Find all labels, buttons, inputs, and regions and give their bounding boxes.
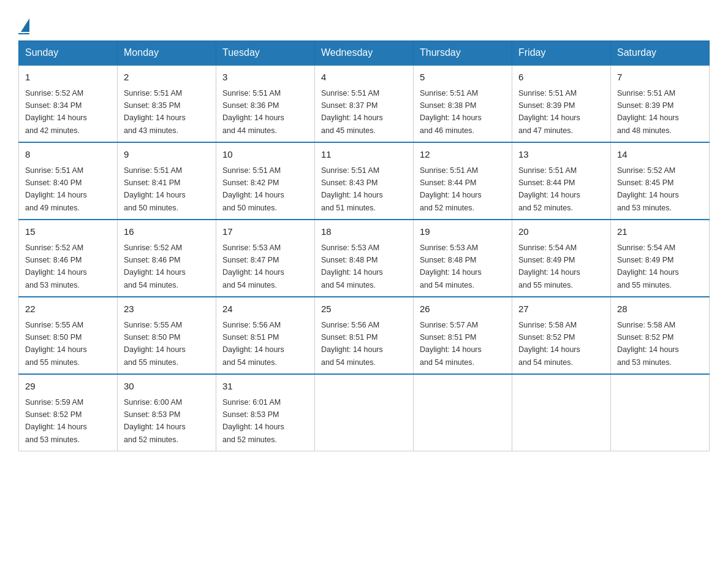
day-number: 26 [420, 302, 506, 316]
day-number: 31 [222, 380, 308, 394]
day-info: Sunrise: 5:59 AMSunset: 8:52 PMDaylight:… [25, 398, 87, 444]
day-number: 25 [321, 302, 407, 316]
calendar-cell: 3 Sunrise: 5:51 AMSunset: 8:36 PMDayligh… [216, 65, 315, 142]
day-info: Sunrise: 5:58 AMSunset: 8:52 PMDaylight:… [518, 321, 580, 367]
day-number: 9 [124, 148, 210, 162]
calendar-cell: 28 Sunrise: 5:58 AMSunset: 8:52 PMDaylig… [611, 297, 710, 374]
day-info: Sunrise: 6:00 AMSunset: 8:53 PMDaylight:… [124, 398, 186, 444]
day-info: Sunrise: 5:54 AMSunset: 8:49 PMDaylight:… [617, 243, 679, 289]
day-number: 11 [321, 148, 407, 162]
day-number: 14 [617, 148, 703, 162]
day-info: Sunrise: 5:58 AMSunset: 8:52 PMDaylight:… [617, 321, 679, 367]
day-info: Sunrise: 5:55 AMSunset: 8:50 PMDaylight:… [25, 321, 87, 367]
calendar-table: SundayMondayTuesdayWednesdayThursdayFrid… [18, 40, 710, 451]
column-header-wednesday: Wednesday [315, 41, 414, 66]
calendar-cell: 6 Sunrise: 5:51 AMSunset: 8:39 PMDayligh… [512, 65, 611, 142]
calendar-cell: 13 Sunrise: 5:51 AMSunset: 8:44 PMDaylig… [512, 142, 611, 220]
calendar-cell: 17 Sunrise: 5:53 AMSunset: 8:47 PMDaylig… [216, 220, 315, 297]
day-info: Sunrise: 5:51 AMSunset: 8:39 PMDaylight:… [518, 89, 580, 135]
column-header-tuesday: Tuesday [216, 41, 315, 66]
day-number: 16 [124, 225, 210, 239]
day-number: 6 [518, 71, 604, 85]
day-number: 21 [617, 225, 703, 239]
column-header-sunday: Sunday [19, 41, 118, 66]
day-number: 19 [420, 225, 506, 239]
calendar-cell: 29 Sunrise: 5:59 AMSunset: 8:52 PMDaylig… [19, 374, 118, 451]
calendar-cell: 14 Sunrise: 5:52 AMSunset: 8:45 PMDaylig… [611, 142, 710, 220]
day-number: 22 [25, 302, 111, 316]
logo-blue-part [18, 18, 29, 32]
day-info: Sunrise: 5:53 AMSunset: 8:48 PMDaylight:… [321, 243, 383, 289]
day-info: Sunrise: 5:51 AMSunset: 8:44 PMDaylight:… [518, 166, 580, 212]
calendar-cell [611, 374, 710, 451]
day-info: Sunrise: 5:55 AMSunset: 8:50 PMDaylight:… [124, 321, 186, 367]
day-info: Sunrise: 5:52 AMSunset: 8:46 PMDaylight:… [124, 243, 186, 289]
day-number: 5 [420, 71, 506, 85]
calendar-cell: 24 Sunrise: 5:56 AMSunset: 8:51 PMDaylig… [216, 297, 315, 374]
day-number: 23 [124, 302, 210, 316]
calendar-cell: 1 Sunrise: 5:52 AMSunset: 8:34 PMDayligh… [19, 65, 118, 142]
calendar-cell: 4 Sunrise: 5:51 AMSunset: 8:37 PMDayligh… [315, 65, 414, 142]
day-number: 10 [222, 148, 308, 162]
day-number: 2 [124, 71, 210, 85]
calendar-cell: 27 Sunrise: 5:58 AMSunset: 8:52 PMDaylig… [512, 297, 611, 374]
day-info: Sunrise: 5:51 AMSunset: 8:39 PMDaylight:… [617, 89, 679, 135]
day-number: 17 [222, 225, 308, 239]
day-info: Sunrise: 5:51 AMSunset: 8:42 PMDaylight:… [222, 166, 284, 212]
calendar-cell: 19 Sunrise: 5:53 AMSunset: 8:48 PMDaylig… [414, 220, 512, 297]
calendar-cell [315, 374, 414, 451]
day-number: 27 [518, 302, 604, 316]
logo-triangle-icon [21, 18, 29, 32]
calendar-week-row: 29 Sunrise: 5:59 AMSunset: 8:52 PMDaylig… [19, 374, 710, 451]
day-number: 3 [222, 71, 308, 85]
calendar-cell: 12 Sunrise: 5:51 AMSunset: 8:44 PMDaylig… [414, 142, 512, 220]
logo [18, 12, 29, 34]
day-number: 7 [617, 71, 703, 85]
calendar-cell: 23 Sunrise: 5:55 AMSunset: 8:50 PMDaylig… [118, 297, 216, 374]
day-number: 8 [25, 148, 111, 162]
day-info: Sunrise: 5:51 AMSunset: 8:41 PMDaylight:… [124, 166, 186, 212]
calendar-cell: 21 Sunrise: 5:54 AMSunset: 8:49 PMDaylig… [611, 220, 710, 297]
day-info: Sunrise: 5:53 AMSunset: 8:48 PMDaylight:… [420, 243, 482, 289]
day-info: Sunrise: 5:51 AMSunset: 8:38 PMDaylight:… [420, 89, 482, 135]
calendar-cell: 5 Sunrise: 5:51 AMSunset: 8:38 PMDayligh… [414, 65, 512, 142]
day-number: 13 [518, 148, 604, 162]
day-number: 29 [25, 380, 111, 394]
day-number: 30 [124, 380, 210, 394]
day-number: 4 [321, 71, 407, 85]
calendar-cell [512, 374, 611, 451]
day-number: 20 [518, 225, 604, 239]
calendar-cell: 30 Sunrise: 6:00 AMSunset: 8:53 PMDaylig… [118, 374, 216, 451]
calendar-cell: 22 Sunrise: 5:55 AMSunset: 8:50 PMDaylig… [19, 297, 118, 374]
calendar-cell: 20 Sunrise: 5:54 AMSunset: 8:49 PMDaylig… [512, 220, 611, 297]
calendar-cell: 15 Sunrise: 5:52 AMSunset: 8:46 PMDaylig… [19, 220, 118, 297]
calendar-cell: 9 Sunrise: 5:51 AMSunset: 8:41 PMDayligh… [118, 142, 216, 220]
day-number: 24 [222, 302, 308, 316]
calendar-cell: 26 Sunrise: 5:57 AMSunset: 8:51 PMDaylig… [414, 297, 512, 374]
day-info: Sunrise: 5:51 AMSunset: 8:36 PMDaylight:… [222, 89, 284, 135]
calendar-week-row: 1 Sunrise: 5:52 AMSunset: 8:34 PMDayligh… [19, 65, 710, 142]
day-info: Sunrise: 5:53 AMSunset: 8:47 PMDaylight:… [222, 243, 284, 289]
day-info: Sunrise: 5:57 AMSunset: 8:51 PMDaylight:… [420, 321, 482, 367]
logo-underline [18, 33, 29, 34]
calendar-cell: 25 Sunrise: 5:56 AMSunset: 8:51 PMDaylig… [315, 297, 414, 374]
day-info: Sunrise: 5:52 AMSunset: 8:46 PMDaylight:… [25, 243, 87, 289]
day-info: Sunrise: 5:51 AMSunset: 8:35 PMDaylight:… [124, 89, 186, 135]
day-number: 28 [617, 302, 703, 316]
calendar-week-row: 8 Sunrise: 5:51 AMSunset: 8:40 PMDayligh… [19, 142, 710, 220]
column-header-friday: Friday [512, 41, 611, 66]
calendar-cell: 11 Sunrise: 5:51 AMSunset: 8:43 PMDaylig… [315, 142, 414, 220]
column-header-monday: Monday [118, 41, 216, 66]
calendar-cell [414, 374, 512, 451]
calendar-cell: 31 Sunrise: 6:01 AMSunset: 8:53 PMDaylig… [216, 374, 315, 451]
day-info: Sunrise: 5:56 AMSunset: 8:51 PMDaylight:… [222, 321, 284, 367]
day-number: 18 [321, 225, 407, 239]
day-info: Sunrise: 5:56 AMSunset: 8:51 PMDaylight:… [321, 321, 383, 367]
day-info: Sunrise: 6:01 AMSunset: 8:53 PMDaylight:… [222, 398, 284, 444]
day-info: Sunrise: 5:51 AMSunset: 8:37 PMDaylight:… [321, 89, 383, 135]
day-info: Sunrise: 5:52 AMSunset: 8:45 PMDaylight:… [617, 166, 679, 212]
page-header [18, 12, 710, 34]
column-header-thursday: Thursday [414, 41, 512, 66]
day-info: Sunrise: 5:51 AMSunset: 8:40 PMDaylight:… [25, 166, 87, 212]
day-info: Sunrise: 5:54 AMSunset: 8:49 PMDaylight:… [518, 243, 580, 289]
